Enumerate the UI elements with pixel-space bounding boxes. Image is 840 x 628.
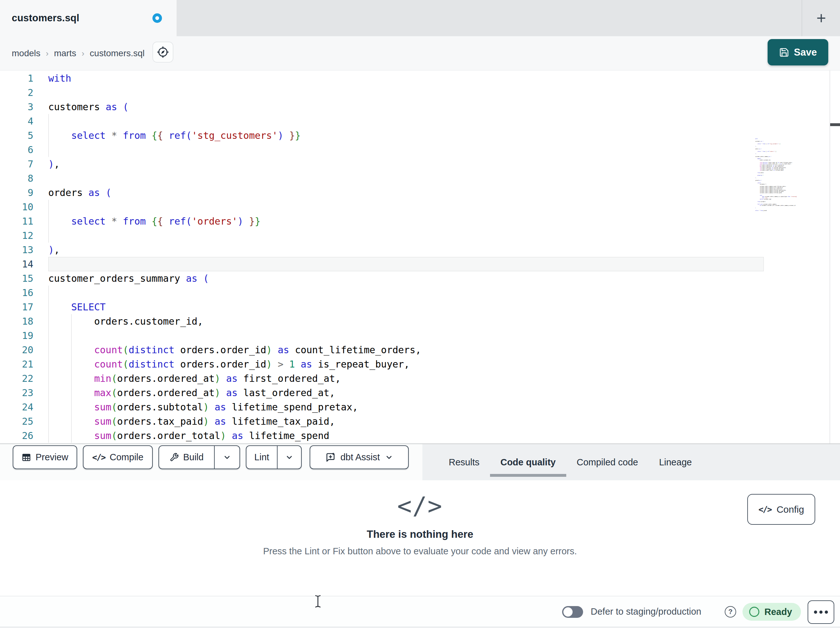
defer-toggle[interactable] xyxy=(562,606,583,618)
breadcrumb-item-file[interactable]: customers.sql xyxy=(90,48,145,59)
config-button[interactable]: </> Config xyxy=(747,494,815,525)
panel-toolbar: Preview </> Compile Build Lint xyxy=(0,443,840,480)
dbt-assist-label: dbt Assist xyxy=(341,452,380,462)
code-icon: </> xyxy=(758,505,771,514)
compass-icon xyxy=(157,46,169,58)
code-line: with xyxy=(48,71,421,85)
table-icon xyxy=(22,452,31,462)
chevron-down-icon xyxy=(223,453,231,462)
build-split-button: Build xyxy=(158,445,240,469)
lint-split-button: Lint xyxy=(246,445,302,469)
plus-icon: + xyxy=(816,9,826,28)
line-number: 13 xyxy=(0,243,33,257)
code-line xyxy=(48,228,421,243)
code-line xyxy=(48,85,421,100)
code-line: SELECT xyxy=(48,300,421,314)
line-number: 24 xyxy=(0,400,33,414)
empty-state-subtitle: Press the Lint or Fix button above to ev… xyxy=(0,546,840,557)
help-icon[interactable]: ? xyxy=(725,606,736,617)
code-text-area[interactable]: with customers as ( select * from {{ ref… xyxy=(48,71,421,443)
compile-button[interactable]: </> Compile xyxy=(83,445,153,469)
wrench-icon xyxy=(170,452,179,462)
code-line: orders as ( xyxy=(48,185,421,200)
code-line: select * from {{ ref('orders') }} xyxy=(48,214,421,228)
code-line: sum(orders.tax_paid) as lifetime_tax_pai… xyxy=(48,414,421,429)
code-line: customer_orders_summary as ( xyxy=(48,271,421,286)
line-number: 4 xyxy=(0,114,33,128)
line-number: 22 xyxy=(0,371,33,386)
assist-chat-icon xyxy=(325,452,335,462)
code-line xyxy=(48,257,421,271)
code-line: ), xyxy=(48,157,421,171)
ready-status-badge: Ready xyxy=(742,603,801,621)
unsaved-changes-dot-icon xyxy=(152,13,162,23)
line-number: 18 xyxy=(0,314,33,329)
preview-button[interactable]: Preview xyxy=(13,445,77,469)
more-options-button[interactable] xyxy=(808,600,834,624)
chevron-down-icon xyxy=(285,453,294,462)
line-number: 15 xyxy=(0,271,33,286)
code-icon-large: </> xyxy=(0,492,840,520)
code-line: select * from {{ ref('stg_customers') }} xyxy=(48,128,421,142)
file-navigate-button[interactable] xyxy=(152,42,174,63)
line-number: 17 xyxy=(0,300,33,314)
lint-button[interactable]: Lint xyxy=(246,446,277,468)
code-line: sum(orders.order_total) as lifetime_spen… xyxy=(48,429,421,443)
status-bar: Defer to staging/production ? Ready xyxy=(0,596,840,628)
build-button[interactable]: Build xyxy=(159,446,214,468)
minimap[interactable]: with customers as ( select * from {{ ref… xyxy=(755,138,814,214)
code-editor[interactable]: 1234567891011121314151617181920212223242… xyxy=(0,71,829,443)
dbt-assist-button[interactable]: dbt Assist xyxy=(309,445,409,469)
save-label: Save xyxy=(794,47,817,58)
lint-dropdown-button[interactable] xyxy=(277,446,301,468)
empty-state: </> There is nothing here Press the Lint… xyxy=(0,480,840,557)
code-line xyxy=(48,286,421,300)
chevron-right-icon: › xyxy=(82,49,84,59)
chevron-down-icon xyxy=(385,453,393,462)
breadcrumb-item-models[interactable]: models xyxy=(12,48,40,59)
overview-ruler xyxy=(829,71,830,443)
code-line: sum(orders.subtotal) as lifetime_spend_p… xyxy=(48,400,421,414)
breadcrumb-bar: models › marts › customers.sql Save xyxy=(0,36,840,71)
line-number: 8 xyxy=(0,171,33,185)
code-line xyxy=(48,171,421,185)
compile-label: Compile xyxy=(110,452,143,462)
text-cursor-pointer xyxy=(314,595,322,608)
scrollbar-thumb[interactable] xyxy=(830,123,840,126)
empty-state-title: There is nothing here xyxy=(0,528,840,540)
line-number: 10 xyxy=(0,200,33,214)
line-number: 25 xyxy=(0,414,33,429)
breadcrumb-item-marts[interactable]: marts xyxy=(54,48,76,59)
code-line: customers as ( xyxy=(48,100,421,114)
preview-label: Preview xyxy=(36,452,68,462)
line-number: 7 xyxy=(0,157,33,171)
tab-bar-divider xyxy=(802,0,802,36)
toggle-knob xyxy=(564,607,573,617)
line-number: 1 xyxy=(0,71,33,85)
lint-label: Lint xyxy=(254,452,269,462)
line-number: 2 xyxy=(0,85,33,100)
panel-body: </> There is nothing here Press the Lint… xyxy=(0,480,840,596)
save-button[interactable]: Save xyxy=(767,39,828,65)
tab-results[interactable]: Results xyxy=(438,444,490,480)
line-number: 12 xyxy=(0,228,33,243)
code-line xyxy=(48,200,421,214)
line-number: 26 xyxy=(0,429,33,443)
build-dropdown-button[interactable] xyxy=(214,446,240,468)
tab-code-quality[interactable]: Code quality xyxy=(490,444,566,480)
defer-label: Defer to staging/production xyxy=(591,596,701,627)
tab-customers-sql[interactable]: customers.sql xyxy=(0,0,177,36)
tab-compiled-code[interactable]: Compiled code xyxy=(566,444,649,480)
save-icon xyxy=(779,47,789,57)
build-label: Build xyxy=(183,452,204,462)
code-line xyxy=(48,329,421,343)
code-line: count(distinct orders.order_id) as count… xyxy=(48,343,421,357)
tab-lineage[interactable]: Lineage xyxy=(649,444,702,480)
new-tab-button[interactable]: + xyxy=(807,0,835,36)
line-number: 11 xyxy=(0,214,33,228)
ready-label: Ready xyxy=(764,607,792,617)
line-number: 3 xyxy=(0,100,33,114)
line-number: 14 xyxy=(0,257,33,271)
code-line: select * from joined xyxy=(755,210,814,211)
breadcrumb: models › marts › customers.sql xyxy=(12,36,145,71)
